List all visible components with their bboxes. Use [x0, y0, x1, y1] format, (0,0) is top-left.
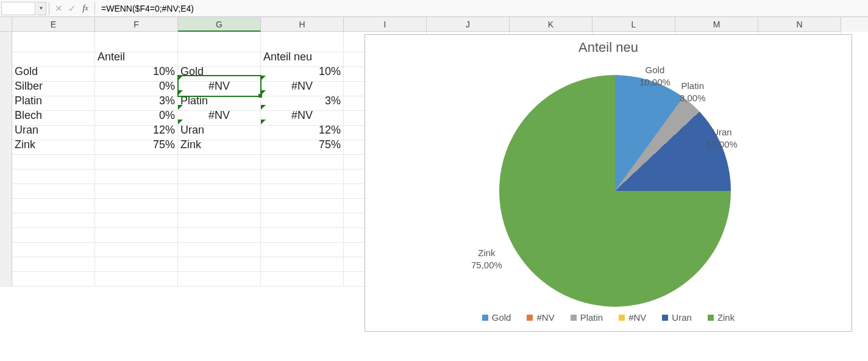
- chart-legend: Gold#NVPlatin#NVUranZink: [365, 312, 852, 323]
- formula-input[interactable]: [98, 2, 868, 15]
- data-label: Uran12,00%: [706, 126, 738, 150]
- column-header-L[interactable]: L: [592, 17, 675, 32]
- data-label-name: Gold: [639, 64, 671, 76]
- column-header-H[interactable]: H: [261, 17, 344, 32]
- data-label-value: 3,00%: [680, 92, 706, 104]
- data-label-name: Uran: [706, 126, 738, 138]
- data-label-value: 75,00%: [471, 259, 502, 271]
- column-header-N[interactable]: N: [758, 17, 841, 32]
- cell[interactable]: 12%: [261, 120, 344, 140]
- name-box-dropdown[interactable]: ▼: [37, 2, 46, 15]
- column-header-F[interactable]: F: [95, 17, 178, 32]
- legend-swatch: [662, 315, 668, 321]
- cell[interactable]: #NV: [178, 76, 261, 96]
- legend-item: Platin: [571, 312, 603, 323]
- legend-swatch: [708, 315, 714, 321]
- legend-item: Uran: [662, 312, 692, 323]
- column-header-I[interactable]: I: [344, 17, 427, 32]
- cell[interactable]: [178, 266, 261, 287]
- legend-label: Zink: [717, 312, 735, 323]
- legend-swatch: [482, 315, 488, 321]
- legend-item: Zink: [708, 312, 735, 323]
- fill-handle[interactable]: [258, 94, 262, 98]
- legend-label: Platin: [580, 312, 603, 323]
- legend-label: #NV: [628, 312, 646, 323]
- confirm-icon: ✓: [65, 2, 79, 15]
- data-label-name: Zink: [471, 247, 502, 259]
- legend-swatch: [527, 315, 533, 321]
- formula-bar: ▼ ✕ ✓ fx: [0, 0, 868, 17]
- legend-item: Gold: [482, 312, 511, 323]
- legend-label: Gold: [492, 312, 511, 323]
- cell[interactable]: Uran: [178, 120, 261, 140]
- data-label: Platin3,00%: [680, 80, 706, 104]
- column-header-K[interactable]: K: [510, 17, 592, 32]
- cell[interactable]: [12, 266, 95, 287]
- pie-chart[interactable]: Anteil neu Gold#NVPlatin#NVUranZink Gold…: [365, 34, 852, 332]
- fx-icon[interactable]: fx: [79, 2, 92, 15]
- chart-title: Anteil neu: [365, 40, 852, 55]
- pie-plot-area: [499, 75, 731, 307]
- legend-item: #NV: [619, 312, 646, 323]
- column-header-M[interactable]: M: [675, 17, 758, 32]
- legend-swatch: [571, 315, 577, 321]
- column-header-E[interactable]: E: [12, 17, 95, 32]
- data-label-value: 10,00%: [639, 76, 671, 88]
- column-header-J[interactable]: J: [427, 17, 510, 32]
- cancel-icon: ✕: [52, 2, 65, 15]
- data-label: Zink75,00%: [471, 247, 502, 271]
- legend-swatch: [619, 315, 625, 321]
- name-box[interactable]: [1, 2, 35, 15]
- data-label-name: Platin: [680, 80, 706, 92]
- cell[interactable]: [261, 266, 344, 287]
- data-label: Gold10,00%: [639, 64, 671, 88]
- column-headers: EFGHIJKLMN: [0, 17, 868, 32]
- legend-label: #NV: [536, 312, 554, 323]
- legend-label: Uran: [672, 312, 692, 323]
- select-all-corner[interactable]: [0, 17, 12, 32]
- column-header-G[interactable]: G: [178, 17, 261, 32]
- data-label-value: 12,00%: [706, 138, 738, 151]
- cell[interactable]: [95, 266, 178, 287]
- legend-item: #NV: [527, 312, 554, 323]
- row-header[interactable]: [0, 266, 12, 287]
